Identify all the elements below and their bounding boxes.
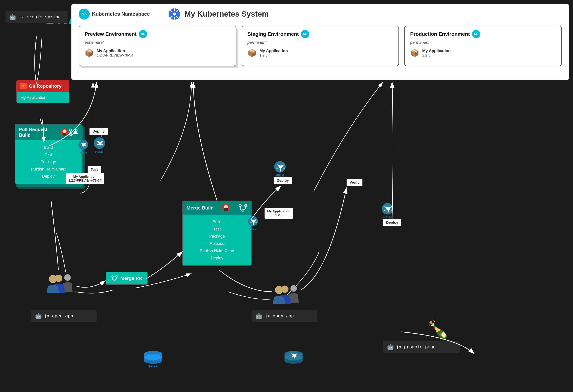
merge-pr-icon	[111, 275, 118, 282]
svg-point-38	[116, 276, 117, 278]
production-env-type: permanent	[410, 40, 556, 45]
users-group-2	[272, 283, 301, 305]
open-app-cmd-1: 🤖 jx open app	[31, 310, 97, 322]
svg-point-30	[242, 209, 244, 211]
merge-step-build: Build	[188, 218, 246, 226]
pr-icon	[69, 128, 78, 137]
open-app-2-text: jx open app	[265, 313, 294, 319]
svg-point-29	[239, 205, 241, 207]
merge-step-release: Release	[188, 240, 246, 247]
merge-pr-button[interactable]: Merge PR	[106, 272, 148, 285]
svg-rect-28	[224, 208, 228, 211]
merge-build-card: Merge Build Build Test Package Release P…	[182, 200, 252, 266]
svg-point-19	[70, 129, 72, 131]
svg-point-50	[144, 355, 162, 360]
create-spring-text: jx create spring	[18, 14, 61, 19]
preview-env-title: Preview Environment	[85, 31, 137, 37]
namespace-label: Kubernetes Namespace	[92, 11, 150, 17]
preview-env-card: Preview Environment NS ephemeral 📦 My Ap…	[79, 26, 236, 66]
staging-env-title: Staging Environment	[248, 31, 299, 37]
test-label: Test	[88, 166, 101, 173]
production-app-icon: 📦	[410, 49, 419, 57]
production-env-title: Production Environment	[410, 31, 470, 37]
helm-on-pr-card: HELM	[78, 139, 89, 154]
svg-rect-18	[63, 133, 66, 135]
helm-production: HELM	[381, 202, 394, 219]
svg-text:docker: docker	[148, 364, 159, 368]
users-group-1	[46, 272, 75, 294]
promote-prod-text: jx promote prod	[396, 344, 436, 350]
deploy-label-2: Deploy	[273, 177, 292, 184]
preview-env-type: ephemeral	[85, 40, 230, 45]
helm-staging: HELM	[273, 160, 286, 177]
deploy-1-text: Deploy	[92, 129, 105, 133]
helm-registry	[283, 350, 304, 369]
test-text: Test	[91, 168, 98, 172]
merge-step-test: Test	[188, 226, 246, 233]
staging-env-type: permanent	[248, 40, 393, 45]
merge-build-card-wrapper: Merge Build Build Test Package Release P…	[182, 200, 252, 266]
helm-preview: HELM	[93, 137, 106, 154]
deploy-label-1: Deploy	[89, 128, 108, 135]
users-svg-1	[46, 272, 75, 294]
svg-point-45	[275, 286, 283, 294]
verify-label: Verify	[346, 179, 362, 186]
celebrate-icon: 🍾	[427, 319, 449, 340]
users-svg-2	[272, 283, 301, 304]
app-version-preview-label: My Application 1.2.3-PREVIEW-76-54	[66, 173, 104, 184]
promote-prod-cmd: 🤖 jx promote prod	[383, 341, 460, 353]
svg-point-20	[75, 129, 77, 131]
terminal-icon-2: 🤖	[35, 313, 42, 320]
staging-env-card: Staging Environment NS permanent 📦 My Ap…	[242, 26, 399, 66]
k8s-title: My Kubernetes System	[168, 8, 269, 20]
preview-ns-badge: NS	[139, 30, 147, 38]
merge-build-body: Build Test Package Release Publish Helm …	[183, 214, 251, 265]
svg-point-37	[114, 279, 115, 281]
git-icon: ⌥	[20, 83, 27, 89]
merge-step-package: Package	[188, 233, 246, 240]
deploy-3-text: Deploy	[386, 220, 398, 224]
svg-point-36	[112, 276, 113, 278]
verify-text: Verify	[350, 180, 359, 184]
merge-step-deploy: Deploy	[188, 254, 246, 262]
open-app-cmd-2: 🤖 jx open app	[252, 310, 317, 322]
staging-ns-badge: NS	[301, 30, 309, 38]
svg-point-43	[290, 285, 297, 292]
terminal-icon: 🤖	[9, 14, 17, 20]
merge-build-title: Merge Build	[187, 205, 214, 211]
environments-row: Preview Environment NS ephemeral 📦 My Ap…	[72, 26, 569, 66]
deploy-label-3: Deploy	[383, 219, 401, 226]
pr-step-test: Test	[21, 151, 76, 159]
staging-app-name: My Application	[260, 49, 288, 53]
pr-build-title: Pull Request Build	[19, 127, 60, 138]
svg-point-32	[245, 205, 247, 207]
kubernetes-area: NS Kubernetes Namespace My Kubernetes Sy…	[71, 4, 569, 80]
merge-icon	[238, 203, 248, 213]
pr-step-build: Build	[21, 144, 76, 151]
helm-on-merge-card: HELM	[248, 216, 258, 230]
staging-app-version: 1.2.3	[260, 53, 288, 57]
ns-circle: NS	[79, 9, 90, 19]
ns-namespace-badge: NS Kubernetes Namespace	[79, 9, 150, 19]
git-repo-app: My Application	[20, 95, 46, 100]
app-version-staging-label: My Application 1.2.3	[265, 208, 293, 219]
svg-point-21	[70, 133, 72, 136]
deploy-2-text: Deploy	[277, 178, 289, 182]
jenkins-icon-pr	[60, 128, 69, 137]
merge-pr-text: Merge PR	[120, 275, 142, 281]
pr-step-publish: Publish Helm Chart	[21, 165, 76, 173]
terminal-icon-4: 🤖	[387, 343, 394, 350]
merge-build-header: Merge Build	[183, 201, 251, 214]
preview-app-icon: 📦	[85, 49, 94, 57]
terminal-icon-3: 🤖	[255, 313, 263, 320]
open-app-1-text: jx open app	[44, 313, 73, 319]
svg-point-42	[49, 275, 57, 283]
production-app-version: 1.2.3	[422, 53, 451, 57]
docker-registry: docker	[142, 350, 164, 369]
production-ns-badge: NS	[472, 30, 480, 38]
preview-app-version: 1.2.3-PREVIEW-76-54	[97, 53, 133, 57]
jenkins-icon-merge	[221, 203, 231, 213]
svg-text:⌥: ⌥	[21, 84, 26, 88]
k8s-system-title: My Kubernetes System	[184, 10, 269, 18]
git-repository: ⌥ Git Repository My Application	[17, 80, 69, 103]
